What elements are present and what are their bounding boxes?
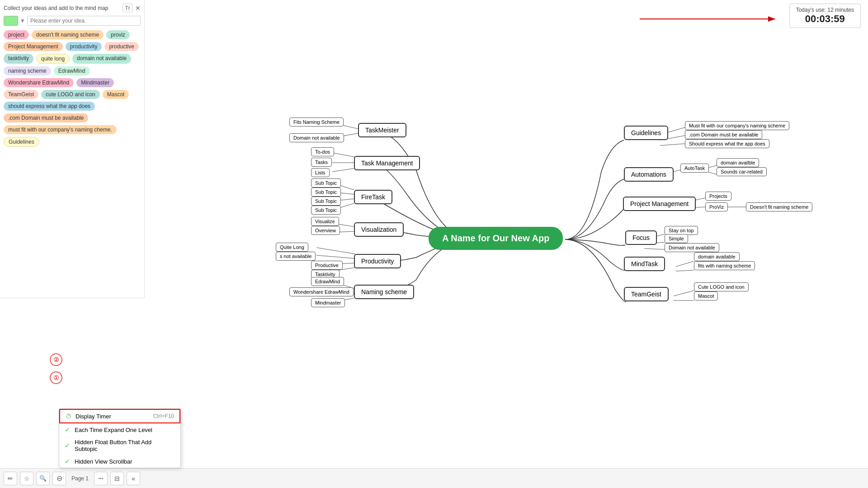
- menu-check-1: ✓: [65, 426, 71, 433]
- leaf-tasks: Tasks: [311, 158, 332, 167]
- leaf-visualize: Visualize: [311, 217, 339, 226]
- menu-check-3: ✓: [65, 458, 71, 465]
- tag-tasktivity[interactable]: tasktivity: [4, 54, 33, 64]
- leaf-must-fit: Must fit with our company's naming schem…: [685, 121, 789, 130]
- leaf-sub4: Sub Topic: [311, 206, 341, 215]
- panel-title: Collect your ideas and add to the mind m…: [4, 5, 108, 11]
- leaf-sounds-car: Sounds car-related: [717, 167, 767, 176]
- node-task-management[interactable]: Task Management: [354, 156, 420, 170]
- menu-item-1[interactable]: ✓ Each Time Expand One Level: [59, 423, 180, 436]
- menu-item-0[interactable]: ⏱ Display Timer Ctrl+F10: [59, 409, 180, 423]
- tag-mindmaster[interactable]: Mindmaster: [76, 78, 114, 87]
- leaf-domain-na: Domain not available: [289, 133, 344, 142]
- menu-label-2: Hidden Float Button That Add Subtopic: [75, 439, 175, 452]
- leaf-mindmaster: Mindmaster: [311, 298, 345, 307]
- more-button[interactable]: ···: [94, 472, 108, 485]
- tag-teamgeist[interactable]: TeamGeist: [4, 90, 38, 99]
- collapse-button[interactable]: «: [127, 472, 140, 485]
- leaf-autotask: AutoTask: [680, 164, 709, 173]
- zoom-out-button[interactable]: ⊖: [52, 472, 66, 485]
- leaf-fits-naming2: fits with naming scheme: [694, 261, 755, 270]
- menu-label-3: Hidden View Scrollbar: [75, 458, 175, 465]
- timer-value: 00:03:59: [796, 13, 854, 25]
- tag-project-management[interactable]: Project Management: [4, 42, 63, 51]
- tag-.com-domain-must-be-available[interactable]: .com Domain must be available: [4, 113, 88, 122]
- color-picker[interactable]: [4, 16, 18, 26]
- tag-domain-not-available[interactable]: domain not available: [72, 54, 131, 64]
- menu-check-0: ⏱: [66, 413, 72, 420]
- leaf-quite-long: Quite Long: [276, 243, 308, 252]
- tag-guidelines[interactable]: Guidelines: [4, 137, 39, 147]
- tag-wondershare-edrawmind[interactable]: Wondershare EdrawMind: [4, 78, 74, 87]
- node-project-mgmt[interactable]: Project Management: [623, 197, 696, 211]
- svg-line-14: [316, 255, 355, 258]
- idea-input[interactable]: [27, 16, 141, 26]
- tag-proviz[interactable]: proviz: [106, 30, 130, 39]
- node-teamgeist[interactable]: TeamGeist: [624, 287, 669, 301]
- menu-item-3[interactable]: ✓ Hidden View Scrollbar: [59, 455, 180, 468]
- timer-box: Today's use: 12 minutes 00:03:59: [789, 4, 861, 28]
- leaf-domain-not-avail: s not available: [276, 252, 316, 261]
- svg-line-34: [674, 291, 694, 296]
- leaf-projects: Projects: [705, 192, 731, 201]
- leaf-sub1: Sub Topic: [311, 178, 341, 188]
- tags-container: projectdoesn't fit naming schemeprovizPr…: [4, 30, 141, 147]
- svg-line-13: [316, 248, 355, 254]
- node-naming-scheme[interactable]: Naming scheme: [354, 285, 414, 299]
- star-button[interactable]: ☆: [20, 472, 33, 485]
- leaf-todos: To-dos: [311, 147, 334, 156]
- left-panel: Collect your ideas and add to the mind m…: [0, 0, 145, 298]
- tag-quite-long[interactable]: quite long: [36, 54, 70, 64]
- badge-2: ②: [50, 353, 62, 366]
- leaf-overview: Overview: [311, 226, 340, 235]
- node-productivity[interactable]: Productivity: [354, 254, 401, 268]
- search-button[interactable]: 🔍: [36, 472, 50, 485]
- leaf-wondershare: Wondershare EdrawMind: [289, 287, 354, 296]
- svg-line-6: [332, 168, 356, 172]
- tag-edrawmind[interactable]: EdrawMind: [54, 66, 90, 75]
- leaf-productive: Productive: [311, 261, 343, 270]
- leaf-domain-avail2: domain available: [694, 252, 740, 261]
- node-taskmeister[interactable]: TaskMeister: [358, 123, 406, 137]
- leaf-express: Should express what the app does: [685, 139, 769, 148]
- tr-icon[interactable]: Tr: [123, 4, 132, 12]
- page-label: Page 1: [69, 475, 91, 482]
- panel-header: Collect your ideas and add to the mind m…: [4, 4, 141, 12]
- menu-item-2[interactable]: ✓ Hidden Float Button That Add Subtopic: [59, 436, 180, 455]
- node-guidelines[interactable]: Guidelines: [624, 126, 668, 140]
- tag-doesn't-fit-naming-scheme[interactable]: doesn't fit naming scheme: [32, 30, 104, 39]
- tag-mascot[interactable]: Mascot: [103, 90, 129, 99]
- timer-arrow: [640, 10, 784, 28]
- tag-naming-scheme[interactable]: naming scheme: [4, 66, 51, 75]
- svg-line-31: [644, 249, 665, 249]
- node-mindtask[interactable]: MindTask: [624, 257, 665, 271]
- leaf-domain-not: Domain not available: [665, 243, 719, 252]
- tag-must-fit-with-our-company's-naming-cheme.[interactable]: must fit with our company's naming cheme…: [4, 125, 117, 134]
- grid-button[interactable]: ⊟: [110, 472, 124, 485]
- tag-cute-logo-and-icon[interactable]: cute LOGO and icon: [41, 90, 99, 99]
- svg-line-4: [332, 153, 356, 157]
- leaf-doesnt-fit: Doesn't fit naming scheme: [746, 202, 812, 211]
- pencil-button[interactable]: ✏: [4, 472, 17, 485]
- leaf-com-domain: .com Domain must be available: [685, 130, 762, 139]
- close-icon[interactable]: ✕: [135, 5, 141, 12]
- node-visualization[interactable]: Visualization: [354, 222, 404, 237]
- node-focus[interactable]: Focus: [625, 230, 657, 245]
- leaf-fits-naming: Fits Naming Scheme: [289, 117, 344, 127]
- tag-productive[interactable]: productive: [104, 42, 138, 51]
- svg-line-22: [660, 144, 685, 145]
- leaf-cute-logo: Cute LOGO and icon: [694, 282, 749, 291]
- center-node[interactable]: A Name for Our New App: [429, 227, 563, 250]
- mindmap-canvas: A Name for Our New App TaskMeister Fits …: [145, 0, 868, 488]
- tag-should-express-what-the-app-does[interactable]: should express what the app does: [4, 102, 95, 111]
- menu-label-0: Display Timer: [75, 413, 150, 420]
- node-automations[interactable]: Automations: [624, 167, 674, 182]
- leaf-simple: Simple: [665, 234, 688, 243]
- leaf-sub2: Sub Topic: [311, 188, 341, 197]
- tag-productivity[interactable]: productivity: [66, 42, 102, 51]
- leaf-domain-avail: domain availble: [717, 158, 759, 167]
- bottom-toolbar: ✏ ☆ 🔍 ⊖ Page 1 ··· ⊟ «: [0, 468, 868, 488]
- node-firetask[interactable]: FireTask: [354, 190, 392, 204]
- leaf-mascot: Mascot: [694, 291, 718, 300]
- tag-project[interactable]: project: [4, 30, 29, 39]
